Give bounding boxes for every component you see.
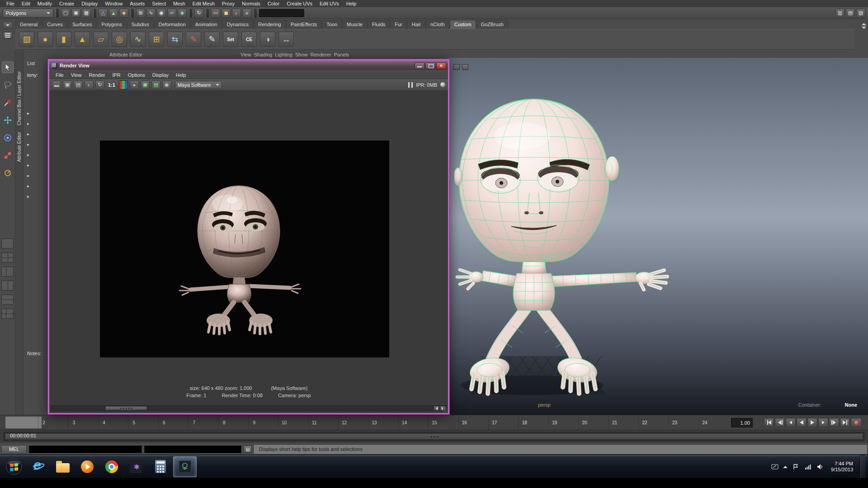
split-vertical-layout-button[interactable] bbox=[1, 281, 14, 291]
redo-previous-render-icon[interactable] bbox=[52, 80, 61, 89]
poly-cone-icon[interactable] bbox=[75, 32, 90, 47]
paint-select-tool-icon[interactable] bbox=[2, 97, 14, 108]
move-tool-icon[interactable] bbox=[2, 114, 14, 126]
render-view-menu-item[interactable]: Options bbox=[124, 72, 149, 78]
ipr-render-icon[interactable] bbox=[85, 80, 94, 89]
menubar-item[interactable]: Color bbox=[264, 0, 283, 7]
save-scene-icon[interactable] bbox=[82, 9, 91, 18]
snap-to-curve-icon[interactable] bbox=[146, 9, 156, 18]
menubar-item[interactable]: Create UVs bbox=[283, 0, 316, 7]
open-scene-icon[interactable] bbox=[71, 9, 80, 18]
poly-torus-icon[interactable] bbox=[112, 32, 127, 47]
statusline-separator[interactable] bbox=[131, 9, 134, 18]
mirror-geometry-icon[interactable] bbox=[167, 32, 183, 47]
menubar-item[interactable]: Proxy bbox=[218, 0, 238, 7]
single-pane-layout-button[interactable] bbox=[1, 239, 14, 249]
shelf-tab[interactable]: Custom bbox=[450, 20, 476, 29]
render-view-menu-item[interactable]: Display bbox=[149, 72, 172, 78]
open-render-view-icon[interactable] bbox=[211, 9, 220, 18]
current-time-field[interactable]: 1.00 bbox=[731, 418, 753, 427]
display-rgb-channels-icon[interactable] bbox=[119, 80, 128, 89]
render-settings-icon[interactable] bbox=[242, 9, 251, 18]
render-region-icon[interactable] bbox=[63, 80, 72, 89]
ipr-render-icon[interactable] bbox=[232, 9, 241, 18]
select-camera-icon[interactable] bbox=[162, 80, 171, 89]
menubar-item[interactable]: Window bbox=[101, 0, 126, 7]
quick-selection-field[interactable] bbox=[259, 9, 304, 17]
gamma-toggle-icon[interactable] bbox=[151, 80, 160, 89]
menubar-item[interactable]: Modify bbox=[34, 0, 56, 7]
shelf-scroll-up-icon[interactable] bbox=[862, 21, 866, 25]
auto-keyframe-toggle[interactable] bbox=[851, 418, 862, 427]
render-current-frame-icon[interactable] bbox=[222, 9, 231, 18]
taskbar-graphics-app[interactable] bbox=[124, 456, 148, 477]
taskbar-maya-active[interactable] bbox=[173, 456, 197, 477]
shelf-tab[interactable]: Muscle bbox=[342, 20, 367, 29]
shelf-tab[interactable]: GoZBrush bbox=[476, 20, 508, 29]
scroll-left-icon[interactable] bbox=[434, 406, 439, 411]
volume-icon[interactable] bbox=[816, 463, 824, 471]
quick-set-icon[interactable]: Set bbox=[223, 32, 238, 47]
menubar-item[interactable]: File bbox=[3, 0, 18, 7]
render-view-menu-item[interactable]: Help bbox=[172, 72, 190, 78]
play-forward-button[interactable] bbox=[807, 418, 817, 427]
poly-sphere-icon[interactable] bbox=[38, 32, 53, 47]
snapshot-icon[interactable] bbox=[74, 80, 83, 89]
command-result-field[interactable] bbox=[144, 446, 241, 453]
render-view-canvas[interactable]: size: 640 x 480 zoom: 1.000 (Maya Softwa… bbox=[49, 91, 448, 413]
snap-to-grid-icon[interactable] bbox=[136, 9, 145, 18]
poly-cube-icon[interactable] bbox=[19, 32, 34, 47]
renderer-selector[interactable]: Maya Software bbox=[175, 81, 222, 89]
shelf-tab[interactable]: Surfaces bbox=[68, 20, 96, 29]
show-tool-settings-icon[interactable] bbox=[856, 9, 865, 18]
script-editor-icon[interactable] bbox=[244, 446, 252, 453]
shelf-tab[interactable]: General bbox=[15, 20, 42, 29]
minimize-button[interactable] bbox=[415, 62, 425, 69]
go-to-end-button[interactable] bbox=[840, 418, 850, 427]
shelf-tab[interactable]: Polygons bbox=[97, 20, 126, 29]
show-desktop-button[interactable] bbox=[860, 455, 865, 478]
menu-set-selector[interactable]: Polygons bbox=[3, 9, 53, 18]
paint-brush-icon[interactable] bbox=[186, 32, 201, 47]
menubar-item[interactable]: Assets bbox=[126, 0, 148, 7]
menubar-item[interactable]: Normals bbox=[238, 0, 264, 7]
refresh-render-icon[interactable] bbox=[95, 80, 104, 89]
shelf-tab[interactable]: nCloth bbox=[426, 20, 449, 29]
step-forward-key-button[interactable] bbox=[829, 418, 839, 427]
statusline-separator[interactable] bbox=[254, 9, 257, 18]
shelf-tab[interactable]: Deformation bbox=[154, 20, 190, 29]
two-pane-layout-button[interactable] bbox=[1, 267, 14, 277]
tab-channel-box-layer-editor[interactable]: Channel Box / Layer Editor bbox=[17, 71, 22, 126]
display-alpha-channel-icon[interactable] bbox=[130, 80, 139, 89]
select-tool-icon[interactable] bbox=[2, 61, 14, 73]
menubar-item[interactable]: Edit UVs bbox=[316, 0, 343, 7]
pencil-curve-icon[interactable] bbox=[204, 32, 220, 47]
make-live-icon[interactable] bbox=[178, 9, 187, 18]
pause-ipr-icon[interactable] bbox=[408, 82, 413, 88]
network-icon[interactable] bbox=[804, 463, 812, 471]
combine-mesh-icon[interactable] bbox=[149, 32, 164, 47]
scrollbar-thumb[interactable] bbox=[105, 406, 147, 410]
snap-to-point-icon[interactable] bbox=[157, 9, 166, 18]
taskbar-chrome[interactable] bbox=[100, 456, 123, 477]
step-back-key-button[interactable] bbox=[775, 418, 785, 427]
lasso-tool-icon[interactable] bbox=[2, 79, 14, 91]
show-attribute-editor-icon[interactable] bbox=[846, 9, 855, 18]
rendered-image[interactable] bbox=[100, 141, 389, 357]
snap-to-plane-icon[interactable] bbox=[167, 9, 176, 18]
show-channel-box-icon[interactable] bbox=[835, 9, 844, 18]
menubar-item[interactable]: Help bbox=[343, 0, 360, 7]
render-view-menu-item[interactable]: IPR bbox=[108, 72, 124, 78]
taskbar-file-explorer[interactable] bbox=[51, 456, 75, 477]
go-to-start-button[interactable] bbox=[764, 418, 774, 427]
shelf-tab[interactable]: PaintEffects bbox=[286, 20, 322, 29]
shelf-tab[interactable]: Curves bbox=[42, 20, 67, 29]
menubar-item[interactable]: Edit bbox=[18, 0, 34, 7]
tablet-pen-icon[interactable] bbox=[771, 463, 779, 471]
range-thumb[interactable] bbox=[5, 433, 863, 440]
shelf-tab[interactable]: Hair bbox=[407, 20, 425, 29]
shelf-tab-menu-icon[interactable] bbox=[3, 22, 13, 29]
measure-tool-icon[interactable] bbox=[278, 32, 294, 47]
taskbar-internet-explorer[interactable] bbox=[27, 456, 50, 477]
new-scene-icon[interactable] bbox=[61, 9, 70, 18]
